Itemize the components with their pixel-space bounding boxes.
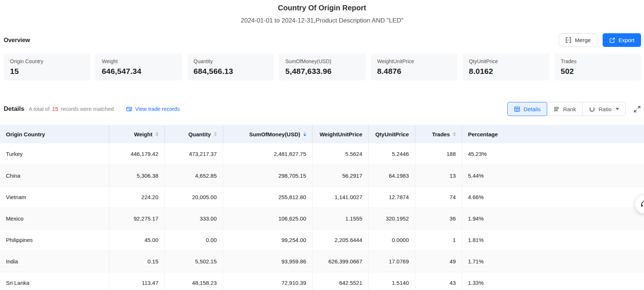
col-weight[interactable]: Weight <box>109 125 164 143</box>
table-icon <box>514 106 520 112</box>
details-controls: DetailsRankRatio <box>507 102 641 116</box>
table-row: India0.155,502.1593,959.86626,399.066717… <box>0 250 644 272</box>
cell-weightunitprice: 2,205.6444 <box>312 229 368 250</box>
col-sumofmoney-usd[interactable]: SumOfMoney(USD) <box>223 125 312 143</box>
cell-weight: 92,275.17 <box>109 208 164 229</box>
cell-quantity: 473,217.37 <box>164 143 223 165</box>
cell-sumofmoney-usd: 72,910.39 <box>223 272 312 290</box>
view-switcher: DetailsRankRatio <box>507 102 626 116</box>
tab-label: Ratio <box>599 106 611 112</box>
view-trade-records-link[interactable]: View trade records <box>126 106 180 112</box>
cell-quantity: 5,502.15 <box>164 250 223 272</box>
tab-details[interactable]: Details <box>507 102 547 116</box>
cell-percentage: 4.66% <box>462 186 644 208</box>
column-label: Trades <box>432 131 450 137</box>
cell-sumofmoney-usd: 2,481,827.75 <box>223 143 312 165</box>
table-row: Mexico92,275.17333.00106,625.001.1555320… <box>0 208 644 229</box>
fullscreen-icon <box>633 105 641 113</box>
fullscreen-button[interactable] <box>633 105 641 113</box>
stat-card-qtyunitprice: QtyUnitPrice8.0162 <box>463 54 549 81</box>
cell-percentage: 1.94% <box>462 208 644 229</box>
match-summary: A total of15records were matched <box>29 106 114 112</box>
cell-qtyunitprice: 320.1952 <box>368 208 415 229</box>
page-subtitle: 2024-01-01 to 2024-12-31,Product Descrip… <box>0 17 644 24</box>
cell-quantity: 4,652.85 <box>164 165 223 186</box>
stat-card-value: 5,487,633.96 <box>285 67 359 76</box>
divider <box>120 106 120 112</box>
details-heading: Details <box>4 105 24 113</box>
stat-card-origin-country: Origin Country15 <box>4 54 90 81</box>
column-label: Percentage <box>468 131 498 137</box>
cell-weight: 45.00 <box>109 229 164 250</box>
cell-weightunitprice: 1,141.0027 <box>312 186 368 208</box>
sort-icon <box>156 132 159 137</box>
tab-rank[interactable]: Rank <box>547 102 583 116</box>
cell-origin-country: Turkey <box>0 143 109 165</box>
column-label: Weight <box>134 131 153 137</box>
cell-origin-country: Sri Lanka <box>0 272 109 290</box>
sort-icon <box>214 132 217 137</box>
table-header-row: Origin CountryWeightQuantitySumOfMoney(U… <box>0 125 644 143</box>
col-trades[interactable]: Trades <box>415 125 462 143</box>
table-row: Turkey446,179.42473,217.372,481,827.755.… <box>0 143 644 165</box>
column-label: SumOfMoney(USD) <box>249 131 300 137</box>
cell-trades: 74 <box>415 186 462 208</box>
export-icon <box>609 37 615 43</box>
overview-bar: Overview Merge <box>4 33 641 47</box>
details-table: Origin CountryWeightQuantitySumOfMoney(U… <box>0 125 644 290</box>
sort-icon <box>453 132 456 137</box>
stat-card-quantity: Quantity684,566.13 <box>187 54 274 81</box>
table-row: Sri Lanka113.4748,158.2372,910.39642.552… <box>0 272 644 290</box>
column-label: QtyUnitPrice <box>375 131 409 137</box>
cell-percentage: 1.33% <box>462 272 644 290</box>
overview-heading: Overview <box>4 37 30 44</box>
column-label: Quantity <box>188 131 211 137</box>
cell-sumofmoney-usd: 93,959.86 <box>223 250 312 272</box>
cell-qtyunitprice: 17.0769 <box>368 250 415 272</box>
cell-percentage: 1.81% <box>462 229 644 250</box>
merge-button[interactable]: Merge <box>559 33 597 47</box>
export-button[interactable]: Export <box>603 33 641 47</box>
stat-card-label: SumOfMoney(USD) <box>285 58 359 64</box>
cell-sumofmoney-usd: 255,812.80 <box>223 186 312 208</box>
rank-icon <box>553 106 560 112</box>
cell-percentage: 1.71% <box>462 250 644 272</box>
view-trade-records-label: View trade records <box>135 106 180 112</box>
stat-card-value: 684,566.13 <box>194 67 268 76</box>
stat-card-sumofmoney-usd: SumOfMoney(USD)5,487,633.96 <box>279 54 365 81</box>
stat-card-value: 15 <box>10 67 84 76</box>
cell-origin-country: Vietnam <box>0 186 109 208</box>
tab-ratio[interactable]: Ratio <box>582 102 626 116</box>
cell-trades: 13 <box>415 165 462 186</box>
cell-qtyunitprice: 12.7874 <box>368 186 415 208</box>
stat-card-value: 8.4876 <box>377 67 451 76</box>
col-origin-country: Origin Country <box>0 125 109 143</box>
cell-weight: 224.20 <box>109 186 164 208</box>
cell-quantity: 0.00 <box>164 229 223 250</box>
details-summary: Details A total of15records were matched… <box>4 105 180 113</box>
cell-origin-country: China <box>0 165 109 186</box>
report-page: Country Of Origin Report 2024-01-01 to 2… <box>0 0 644 290</box>
ratio-icon <box>589 106 595 112</box>
cell-trades: 1 <box>415 229 462 250</box>
col-quantity[interactable]: Quantity <box>164 125 223 143</box>
cell-trades: 36 <box>415 208 462 229</box>
cell-sumofmoney-usd: 298,705.15 <box>223 165 312 186</box>
cell-sumofmoney-usd: 99,254.00 <box>223 229 312 250</box>
col-weightunitprice: WeightUnitPrice <box>312 125 368 143</box>
chevron-down-icon <box>616 108 619 110</box>
headset-icon <box>640 200 644 209</box>
cell-weightunitprice: 56.2917 <box>312 165 368 186</box>
cell-quantity: 20,005.00 <box>164 186 223 208</box>
cell-qtyunitprice: 64.1983 <box>368 165 415 186</box>
merge-icon <box>565 37 572 43</box>
stat-card-label: Weight <box>102 58 176 64</box>
tab-label: Rank <box>563 106 576 112</box>
cell-origin-country: India <box>0 250 109 272</box>
stat-card-label: Trades <box>561 58 635 64</box>
cell-origin-country: Philippines <box>0 229 109 250</box>
cell-weight: 0.15 <box>109 250 164 272</box>
match-prefix: A total of <box>29 106 50 112</box>
stat-card-label: Quantity <box>194 58 268 64</box>
cell-quantity: 48,158.23 <box>164 272 223 290</box>
